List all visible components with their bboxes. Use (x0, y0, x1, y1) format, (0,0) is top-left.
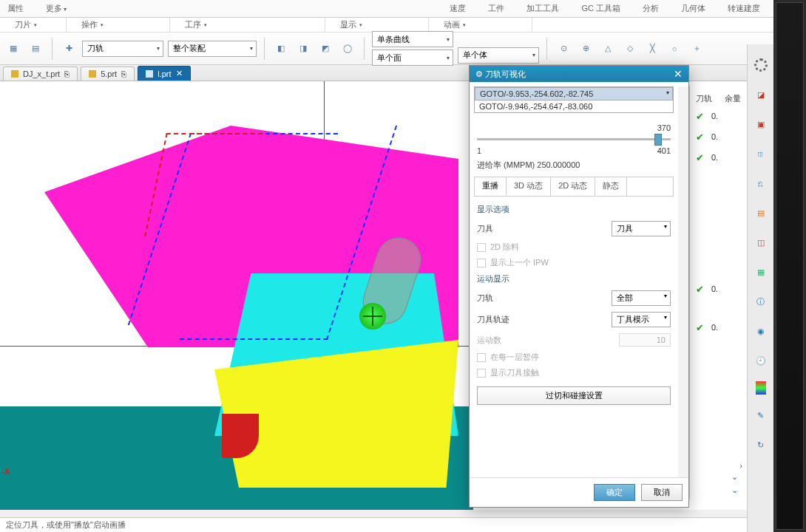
file-tab[interactable]: DJ_x_t.prt⎘ (3, 66, 78, 81)
pin-icon[interactable]: ⎘ (64, 69, 70, 78)
label-trace: 刀具轨迹 (477, 314, 509, 325)
ribbon-item[interactable]: 属性 (7, 3, 24, 14)
ribbon-top: 属性 更多 速度 工件 加工工具 GC 工具箱 分析 几何体 转速建度 特征 (0, 0, 806, 18)
dark-rail: ▶ (773, 0, 806, 532)
rail-icon[interactable]: ◫ (752, 233, 770, 251)
rail-icon[interactable]: ⓘ (752, 293, 770, 310)
combo-tool[interactable]: 刀轨 (82, 41, 163, 57)
rail-icon[interactable]: ◪ (752, 86, 770, 103)
group-process[interactable]: 工序 (185, 19, 201, 30)
group-anim[interactable]: 动画 (444, 19, 460, 30)
check-icon: ✔ (696, 111, 704, 122)
slider-thumb[interactable] (654, 134, 662, 146)
rail-icon[interactable]: ◉ (752, 322, 770, 340)
group-display[interactable]: 显示 (340, 19, 356, 30)
ribbon-groups: 刀片▾ 操作▾ 工序▾ 显示▾ 动画▾ (0, 18, 806, 33)
label-count: 运动数 (477, 335, 501, 346)
nav-row[interactable]: ✔0. (690, 317, 747, 338)
snap-icon[interactable]: ◇ (621, 40, 639, 58)
frame-slider[interactable] (477, 138, 671, 140)
select-trace[interactable]: 丁具模示 (612, 312, 671, 327)
ribbon-item: 速度 (450, 3, 466, 14)
ribbon-more[interactable]: 更多 (46, 3, 67, 14)
combo-assembly[interactable]: 整个装配 (168, 41, 257, 57)
cube-icon[interactable]: ◩ (316, 40, 334, 58)
sphere-icon[interactable]: ◯ (339, 40, 356, 58)
rail-icon[interactable]: ↻ (752, 436, 770, 454)
mode-tabs: 重播 3D 动态 2D 动态 静态 (474, 177, 674, 197)
file-tab-active[interactable]: l.prt✕ (138, 66, 190, 81)
toolbar: ▦ ▤ ✚ 刀轨 整个装配 ◧ ◨ ◩ ◯ 单条曲线 单个面 单个体 ⊙ ⊕ △… (0, 33, 806, 65)
rail-icon[interactable]: ⎌ (752, 174, 770, 192)
ribbon-item[interactable]: 几何体 (681, 3, 705, 14)
section-motion: 运动显示 (470, 270, 678, 287)
input-count: 10 (619, 333, 671, 347)
snap-icon[interactable]: ⊕ (577, 40, 595, 58)
file-tab[interactable]: 5.prt⎘ (81, 66, 135, 81)
ribbon-item[interactable]: GC 工具箱 (581, 3, 620, 14)
nav-row[interactable]: ✔0. (690, 126, 747, 147)
nav-row[interactable]: ✔0. (690, 106, 747, 126)
ribbon-item[interactable]: 工件 (488, 3, 504, 14)
gear-icon[interactable] (752, 56, 770, 74)
select-tool[interactable]: 刀具 (612, 221, 671, 236)
snap-icon[interactable]: ○ (666, 40, 683, 58)
check-icon: ✔ (696, 322, 704, 333)
rail-icon[interactable]: ⎅ (752, 145, 770, 163)
snap-icon[interactable]: △ (599, 40, 617, 58)
rail-icon[interactable]: ▣ (752, 115, 770, 133)
label-tool: 刀具 (477, 223, 493, 234)
chevron-down-icon[interactable]: ⌄ (690, 482, 747, 498)
goto-list[interactable]: GOTO/-9.953,-254.602,-82.745 GOTO/-9.946… (474, 86, 674, 113)
ribbon-item[interactable]: 分析 (643, 3, 659, 14)
chk-show-contact: 显示刀具接触 (470, 365, 678, 381)
check-icon: ✔ (696, 132, 704, 143)
close-icon[interactable]: ✕ (176, 69, 183, 78)
snap-icon[interactable]: ╳ (643, 40, 661, 58)
cube-icon[interactable]: ◧ (272, 40, 290, 58)
combo-face[interactable]: 单个面 (372, 50, 453, 66)
list-item[interactable]: GOTO/-9.946,-254.647,-83.060 (475, 100, 673, 112)
slider-value: 370 (657, 123, 671, 132)
feedrate-label: 进给率 (MMPM) 250.000000 (470, 158, 678, 172)
check-icon: ✔ (696, 284, 704, 295)
select-path[interactable]: 全部 (612, 290, 671, 306)
tool-icon[interactable]: ▦ (4, 40, 22, 58)
ribbon-item[interactable]: 加工工具 (526, 3, 559, 14)
check-icon: ✔ (696, 152, 704, 163)
snap-icon[interactable]: ⊙ (555, 40, 572, 58)
cube-icon[interactable]: ◨ (294, 40, 312, 58)
combo-wire[interactable]: 单条曲线 (372, 31, 453, 47)
label-path: 刀轨 (477, 293, 493, 304)
list-item[interactable]: GOTO/-9.953,-254.602,-82.745 (475, 87, 673, 100)
section-display: 显示选项 (470, 201, 678, 218)
tool-icon[interactable]: ▤ (27, 40, 44, 58)
nav-row[interactable]: ✔0. (690, 279, 747, 299)
group-blade[interactable]: 刀片 (15, 19, 31, 30)
rail-icon[interactable] (756, 381, 766, 395)
dialog-titlebar[interactable]: ⚙ 刀轨可视化 ✕ (470, 66, 688, 82)
snap-icon[interactable]: ＋ (688, 40, 705, 58)
tool-icon[interactable]: ✚ (60, 40, 78, 58)
cursor-target (359, 303, 386, 330)
chk-prev-ipw: 显示上一个 IPW (470, 255, 678, 270)
combo-single[interactable]: 单个体 (458, 47, 539, 64)
close-icon[interactable]: ✕ (674, 68, 683, 80)
tab-3d[interactable]: 3D 动态 (507, 177, 551, 196)
rail-icon[interactable]: ▤ (752, 204, 770, 222)
group-op[interactable]: 操作 (81, 19, 98, 30)
tab-static[interactable]: 静态 (595, 177, 627, 196)
ribbon-item[interactable]: 转速建度 (728, 3, 760, 14)
collision-settings-button[interactable]: 过切和碰撞设置 (477, 386, 671, 405)
rail-icon[interactable]: 🕘 (752, 352, 770, 369)
ok-button[interactable]: 确定 (594, 484, 635, 501)
tab-2d[interactable]: 2D 动态 (551, 177, 595, 196)
tab-replay[interactable]: 重播 (475, 177, 507, 196)
chk-pause-layer: 在每一层暂停 (470, 349, 678, 365)
pin-icon[interactable]: ⎘ (121, 69, 126, 78)
rail-icon[interactable]: ▦ (752, 263, 770, 281)
nav-row[interactable]: ✔0. (690, 147, 747, 168)
nav-columns: 刀轨余量 (690, 92, 747, 106)
rail-icon[interactable]: ✎ (752, 406, 770, 424)
cancel-button[interactable]: 取消 (641, 484, 683, 501)
